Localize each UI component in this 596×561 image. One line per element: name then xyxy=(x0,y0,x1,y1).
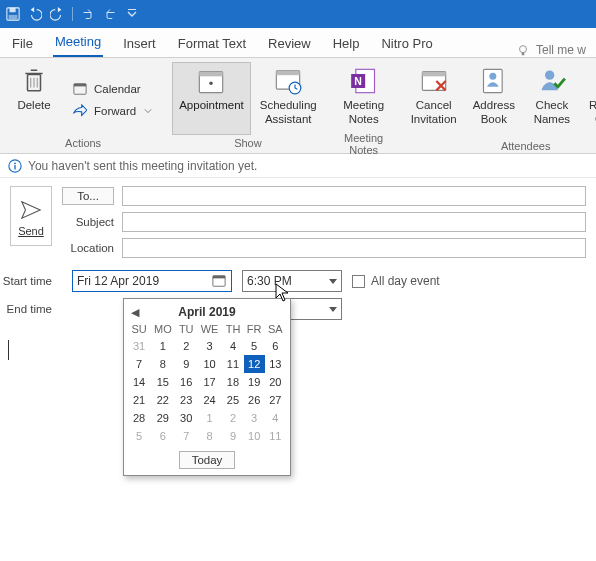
undo-icon[interactable] xyxy=(28,7,42,21)
picker-day[interactable]: 28 xyxy=(128,409,150,427)
picker-prev-month[interactable]: ◀ xyxy=(128,306,142,319)
picker-day[interactable]: 4 xyxy=(265,409,286,427)
picker-day[interactable]: 26 xyxy=(244,391,265,409)
appointment-button[interactable]: Appointment xyxy=(172,62,251,135)
scheduling-label: Scheduling Assistant xyxy=(260,99,317,127)
picker-day[interactable]: 7 xyxy=(128,355,150,373)
qa-customize-icon[interactable] xyxy=(125,7,139,21)
tell-me[interactable]: Tell me w xyxy=(516,43,586,57)
tab-file[interactable]: File xyxy=(10,32,35,57)
picker-day[interactable]: 3 xyxy=(244,409,265,427)
meeting-notes-button[interactable]: N Meeting Notes xyxy=(336,62,392,130)
picker-day[interactable]: 15 xyxy=(150,373,176,391)
response-options-button[interactable]: Response Options xyxy=(582,62,596,138)
picker-day[interactable]: 5 xyxy=(244,337,265,355)
tab-insert[interactable]: Insert xyxy=(121,32,158,57)
svg-point-21 xyxy=(489,73,496,80)
svg-rect-2 xyxy=(9,15,18,19)
check-names-label: Check Names xyxy=(534,99,570,127)
picker-day[interactable]: 6 xyxy=(150,427,176,445)
picker-day[interactable]: 1 xyxy=(197,409,223,427)
picker-today-button[interactable]: Today xyxy=(179,451,236,469)
picker-day[interactable]: 4 xyxy=(222,337,243,355)
svg-rect-28 xyxy=(213,276,225,279)
address-book-button[interactable]: Address Book xyxy=(466,62,522,138)
ribbon-tabs: File Meeting Insert Format Text Review H… xyxy=(0,28,596,58)
picker-day[interactable]: 2 xyxy=(176,337,197,355)
picker-day[interactable]: 9 xyxy=(176,355,197,373)
picker-day[interactable]: 16 xyxy=(176,373,197,391)
start-date-value: Fri 12 Apr 2019 xyxy=(77,274,159,288)
calendar-label: Calendar xyxy=(94,83,141,95)
tab-nitro-pro[interactable]: Nitro Pro xyxy=(379,32,434,57)
subject-field[interactable] xyxy=(122,212,586,232)
save-icon[interactable] xyxy=(6,7,20,21)
delete-button[interactable]: Delete xyxy=(6,62,62,135)
picker-day[interactable]: 11 xyxy=(265,427,286,445)
picker-day[interactable]: 25 xyxy=(222,391,243,409)
body-editor[interactable] xyxy=(8,340,108,360)
svg-rect-13 xyxy=(277,71,300,76)
tab-format-text[interactable]: Format Text xyxy=(176,32,248,57)
picker-day[interactable]: 9 xyxy=(222,427,243,445)
picker-day[interactable]: 31 xyxy=(128,337,150,355)
qa-next-icon[interactable] xyxy=(103,7,117,21)
picker-dow: FR xyxy=(244,321,265,337)
picker-day[interactable]: 6 xyxy=(265,337,286,355)
picker-day[interactable]: 8 xyxy=(150,355,176,373)
picker-day[interactable]: 1 xyxy=(150,337,176,355)
send-button[interactable]: Send xyxy=(10,186,52,246)
forward-button[interactable]: Forward xyxy=(70,102,154,120)
tab-review[interactable]: Review xyxy=(266,32,313,57)
tab-help[interactable]: Help xyxy=(331,32,362,57)
picker-day[interactable]: 3 xyxy=(197,337,223,355)
picker-day[interactable]: 13 xyxy=(265,355,286,373)
picker-day[interactable]: 10 xyxy=(244,427,265,445)
response-options-label: Response Options xyxy=(589,99,596,127)
calendar-button[interactable]: Calendar xyxy=(70,80,154,98)
picker-day[interactable]: 24 xyxy=(197,391,223,409)
svg-point-11 xyxy=(210,82,214,86)
picker-day[interactable]: 5 xyxy=(128,427,150,445)
picker-day[interactable]: 30 xyxy=(176,409,197,427)
picker-day[interactable]: 21 xyxy=(128,391,150,409)
meeting-form: Send To... Subject Location xyxy=(0,178,596,266)
picker-dow: WE xyxy=(197,321,223,337)
tab-meeting[interactable]: Meeting xyxy=(53,30,103,57)
qa-previous-icon[interactable] xyxy=(81,7,95,21)
subject-label: Subject xyxy=(62,216,114,228)
picker-day[interactable]: 12 xyxy=(244,355,265,373)
start-time-label: Start time xyxy=(0,275,62,287)
to-field[interactable] xyxy=(122,186,586,206)
cancel-invitation-button[interactable]: Cancel Invitation xyxy=(404,62,464,138)
svg-rect-10 xyxy=(200,72,223,77)
redo-icon[interactable] xyxy=(50,7,64,21)
picker-day[interactable]: 23 xyxy=(176,391,197,409)
check-names-button[interactable]: Check Names xyxy=(524,62,580,138)
picker-day[interactable]: 29 xyxy=(150,409,176,427)
scheduling-assistant-button[interactable]: Scheduling Assistant xyxy=(253,62,324,135)
picker-day[interactable]: 19 xyxy=(244,373,265,391)
chevron-down-icon xyxy=(329,279,337,284)
picker-day[interactable]: 17 xyxy=(197,373,223,391)
location-field[interactable] xyxy=(122,238,586,258)
picker-dow: TH xyxy=(222,321,243,337)
picker-day[interactable]: 7 xyxy=(176,427,197,445)
picker-day[interactable]: 27 xyxy=(265,391,286,409)
start-date-dropdown[interactable]: Fri 12 Apr 2019 xyxy=(72,270,232,292)
picker-day[interactable]: 8 xyxy=(197,427,223,445)
picker-day[interactable]: 11 xyxy=(222,355,243,373)
start-time-dropdown[interactable]: 6:30 PM xyxy=(242,270,342,292)
all-day-checkbox[interactable]: All day event xyxy=(352,274,440,288)
address-book-label: Address Book xyxy=(473,99,515,127)
all-day-label: All day event xyxy=(371,274,440,288)
svg-rect-3 xyxy=(128,9,136,10)
picker-day[interactable]: 14 xyxy=(128,373,150,391)
picker-day[interactable]: 2 xyxy=(222,409,243,427)
forward-icon xyxy=(72,103,88,119)
picker-day[interactable]: 22 xyxy=(150,391,176,409)
to-button[interactable]: To... xyxy=(62,187,114,205)
picker-day[interactable]: 20 xyxy=(265,373,286,391)
picker-day[interactable]: 10 xyxy=(197,355,223,373)
picker-day[interactable]: 18 xyxy=(222,373,243,391)
